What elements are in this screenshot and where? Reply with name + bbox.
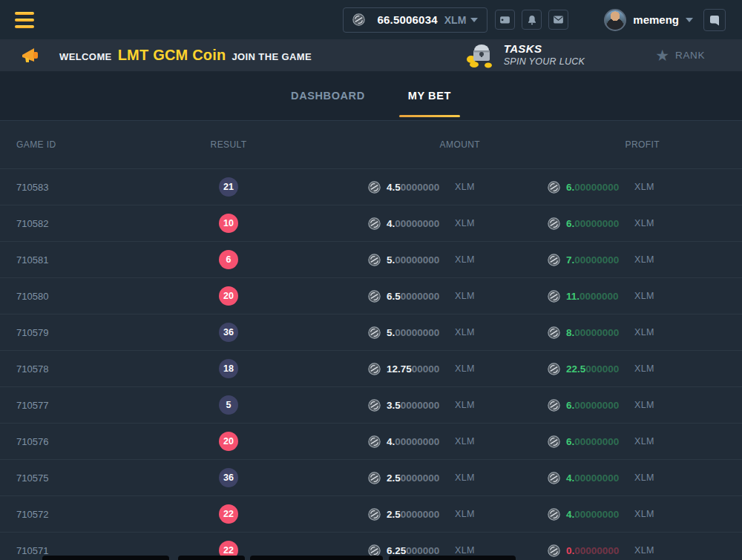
envelope-icon [552, 13, 565, 26]
tab-dashboard[interactable]: DASHBOARD [282, 71, 374, 120]
stellar-coin-icon [548, 181, 560, 194]
amount-cell: 5.00000000 XLM [264, 254, 480, 266]
table-row[interactable]: 710582 10 4.00000000 XLM [0, 205, 742, 242]
profit-value: 6.00000000 [566, 218, 627, 229]
username: memeng [633, 13, 679, 26]
stellar-coin-icon [548, 544, 560, 557]
profit-currency: XLM [634, 545, 660, 556]
profit-currency: XLM [634, 218, 660, 228]
amount-value: 5.00000000 [387, 327, 447, 338]
game-id: 710575 [16, 472, 193, 484]
amount-cell: 4.00000000 XLM [264, 217, 480, 230]
profit-value: 7.00000000 [566, 254, 627, 266]
table-header: GAME ID RESULT AMOUNT PROFIT [0, 121, 742, 169]
avatar [604, 9, 626, 31]
amount-currency: XLM [455, 436, 480, 447]
amount-cell: 4.50000000 XLM [264, 181, 480, 194]
stellar-coin-icon [368, 181, 381, 194]
game-id: 710571 [16, 545, 193, 556]
profit-cell: 7.00000000 XLM [480, 254, 660, 266]
profit-value: 4.00000000 [566, 509, 627, 520]
treasure-chest-icon [464, 43, 496, 68]
hamburger-menu-icon[interactable] [15, 12, 34, 28]
amount-currency: XLM [455, 509, 480, 519]
tasks-subtitle: SPIN YOUR LUCK [504, 56, 585, 68]
amount-currency: XLM [455, 472, 480, 483]
chat-bubble-icon [708, 13, 721, 27]
profit-value: 8.00000000 [566, 327, 627, 338]
table-row[interactable]: 710583 21 4.50000000 XLM [0, 169, 742, 205]
column-amount: AMOUNT [264, 139, 480, 150]
profit-value: 4.00000000 [566, 472, 627, 484]
messages-button[interactable] [548, 10, 568, 30]
amount-currency: XLM [455, 327, 480, 337]
wallet-button[interactable] [495, 10, 515, 30]
result-badge: 22 [219, 504, 238, 524]
wallet-icon [499, 13, 511, 26]
amount-currency: XLM [455, 545, 480, 556]
footer-block [178, 556, 245, 560]
profit-value: 22.5000000 [566, 363, 627, 375]
star-icon: ★ [655, 47, 669, 63]
profit-currency: XLM [634, 363, 660, 374]
table-row[interactable]: 710578 18 12.7500000 XLM [0, 351, 742, 387]
profit-currency: XLM [634, 291, 660, 301]
result-badge: 18 [219, 359, 238, 378]
table-row[interactable]: 710576 20 4.00000000 XLM [0, 424, 742, 460]
stellar-coin-icon [548, 290, 560, 303]
profit-value: 6.00000000 [566, 182, 627, 193]
rank-button[interactable]: ★ RANK [655, 47, 705, 63]
game-id: 710577 [16, 400, 193, 411]
profit-cell: 4.00000000 XLM [480, 508, 660, 521]
stellar-coin-icon [368, 254, 381, 266]
stellar-coin-icon [368, 290, 381, 303]
stellar-coin-icon [548, 217, 560, 230]
table-row[interactable]: 710572 22 2.50000000 XLM [0, 496, 742, 533]
table-row[interactable]: 710579 36 5.00000000 XLM [0, 314, 742, 351]
coin-name: LMT GCM Coin [118, 47, 226, 64]
table-row[interactable]: 710577 5 3.50000000 XLM [0, 387, 742, 424]
profit-value: 6.00000000 [566, 436, 627, 447]
amount-value: 4.00000000 [387, 218, 447, 229]
stellar-coin-icon [548, 363, 560, 375]
profit-currency: XLM [634, 182, 660, 192]
profit-cell: 4.00000000 XLM [480, 472, 660, 484]
chat-toggle-button[interactable] [703, 9, 726, 31]
stellar-coin-icon [368, 217, 381, 230]
notifications-button[interactable] [522, 10, 542, 30]
amount-currency: XLM [455, 363, 480, 374]
game-id: 710581 [16, 254, 193, 266]
tab-bar: DASHBOARD MY BET [0, 71, 742, 121]
stellar-coin-icon [548, 435, 560, 448]
amount-currency: XLM [455, 291, 480, 301]
profit-currency: XLM [634, 436, 660, 447]
game-id: 710578 [16, 363, 193, 375]
amount-value: 5.00000000 [387, 254, 447, 266]
amount-cell: 6.25000000 XLM [264, 544, 480, 557]
megaphone-icon [21, 46, 43, 65]
balance-currency-label: XLM [444, 14, 467, 26]
game-id: 710576 [16, 436, 193, 447]
amount-cell: 12.7500000 XLM [264, 363, 480, 375]
welcome-prefix: WELCOME [59, 51, 112, 62]
user-menu[interactable]: memeng [604, 9, 693, 31]
tasks-button[interactable]: TASKS SPIN YOUR LUCK [464, 42, 585, 67]
tab-my-bet[interactable]: MY BET [399, 71, 460, 120]
amount-cell: 4.00000000 XLM [264, 435, 480, 448]
amount-value: 2.50000000 [387, 509, 447, 520]
table-row[interactable]: 710581 6 5.00000000 XLM [0, 242, 742, 278]
profit-cell: 22.5000000 XLM [480, 363, 660, 375]
table-row[interactable]: 710580 20 6.50000000 XLM [0, 278, 742, 314]
footer-block [42, 556, 169, 560]
result-badge: 36 [219, 323, 238, 342]
stellar-coin-icon [368, 508, 381, 521]
amount-value: 2.50000000 [387, 472, 447, 484]
result-badge: 20 [219, 286, 238, 306]
stellar-coin-icon [548, 399, 560, 412]
balance-selector[interactable]: 66.5006034 XLM [343, 7, 488, 33]
amount-currency: XLM [455, 218, 480, 228]
amount-cell: 3.50000000 XLM [264, 399, 480, 412]
amount-currency: XLM [455, 400, 480, 410]
table-row[interactable]: 710575 36 2.50000000 XLM [0, 460, 742, 496]
stellar-coin-icon [368, 399, 381, 412]
